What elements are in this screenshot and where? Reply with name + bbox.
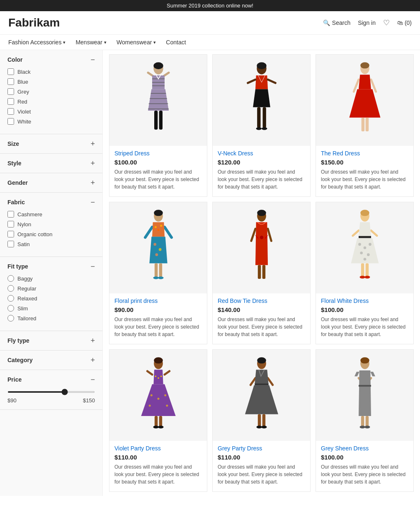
product-name-grey-party-dress[interactable]: Grey Party Dress	[218, 445, 305, 452]
product-desc-red-bowtie-dress: Our dresses will make you feel and look …	[218, 316, 305, 338]
product-card-striped-dress[interactable]: Striped Dress $100.00 Our dresses will m…	[109, 54, 207, 197]
checkbox-blue[interactable]	[7, 78, 14, 85]
product-card-grey-sheen-dress[interactable]: Grey Sheen Dress $100.00 Our dresses wil…	[316, 349, 414, 492]
filter-style-header[interactable]: Style +	[7, 160, 95, 167]
fabric-option-cashmere[interactable]: Cashmere	[7, 211, 95, 218]
product-grid-area: Striped Dress $100.00 Our dresses will m…	[103, 50, 420, 496]
svg-point-37	[155, 253, 158, 256]
product-card-red-bowtie-dress[interactable]: Red Bow Tie Dress $140.00 Our dresses wi…	[212, 202, 311, 344]
filter-price-title: Price	[7, 376, 22, 383]
product-price-floral-dress: $90.00	[114, 306, 202, 313]
filter-price: Price − $90 $150	[0, 370, 102, 410]
color-option-black[interactable]: Black	[7, 68, 95, 75]
signin-button[interactable]: Sign in	[358, 19, 376, 26]
svg-point-65	[154, 357, 163, 363]
product-image-red-bowtie-dress	[213, 202, 310, 293]
checkbox-satin[interactable]	[7, 241, 14, 247]
product-card-vneck-dress[interactable]: V-Neck Dress $120.00 Our dresses will ma…	[212, 54, 311, 197]
checkbox-cashmere[interactable]	[7, 211, 14, 218]
svg-point-21	[262, 127, 267, 130]
radio-tailored[interactable]	[7, 315, 14, 322]
product-info-red-dress: The Red Dress $150.00 Our dresses will m…	[316, 146, 413, 196]
fit-option-relaxed[interactable]: Relaxed	[7, 295, 95, 302]
product-name-striped-dress[interactable]: Striped Dress	[114, 150, 202, 157]
logo[interactable]: Fabrikam	[8, 16, 323, 29]
fit-option-tailored[interactable]: Tailored	[7, 315, 95, 322]
product-name-vneck-dress[interactable]: V-Neck Dress	[218, 150, 305, 157]
search-label: Search	[332, 19, 350, 26]
product-desc-striped-dress: Our dresses will make you feel and look …	[114, 168, 202, 191]
svg-rect-79	[159, 416, 162, 426]
filter-category-title: Category	[7, 357, 33, 363]
svg-point-56	[369, 243, 371, 246]
radio-slim[interactable]	[7, 305, 14, 312]
product-desc-red-dress: Our dresses will make you feel and look …	[321, 168, 408, 191]
product-card-grey-party-dress[interactable]: Grey Party Dress $110.00 Our dresses wil…	[212, 349, 311, 492]
product-card-red-dress[interactable]: The Red Dress $150.00 Our dresses will m…	[316, 54, 414, 197]
color-option-blue[interactable]: Blue	[7, 78, 95, 85]
product-info-floral-white-dress: Floral White Dress $100.00 Our dresses w…	[316, 293, 413, 344]
product-card-floral-white-dress[interactable]: Floral White Dress $100.00 Our dresses w…	[316, 202, 414, 344]
cart-button[interactable]: 🛍 (0)	[397, 19, 412, 26]
svg-point-40	[153, 276, 158, 279]
nav-item-contact[interactable]: Contact	[166, 39, 186, 46]
fit-option-baggy[interactable]: Baggy	[7, 275, 95, 282]
nav-item-fashion-accessories[interactable]: Fashion Accessories ▾	[8, 39, 66, 46]
svg-rect-61	[365, 264, 369, 277]
filter-color-header[interactable]: Color −	[7, 56, 95, 63]
svg-line-52	[371, 230, 377, 236]
filter-fly-type-header[interactable]: Fly type +	[7, 337, 95, 344]
filter-gender-header[interactable]: Gender +	[7, 179, 95, 186]
color-option-white[interactable]: White	[7, 118, 95, 125]
filter-category-toggle: +	[90, 356, 95, 364]
svg-rect-86	[255, 384, 268, 385]
checkbox-white[interactable]	[7, 118, 14, 125]
svg-rect-87	[257, 414, 261, 426]
radio-baggy[interactable]	[7, 275, 14, 282]
product-name-grey-sheen-dress[interactable]: Grey Sheen Dress	[321, 445, 408, 452]
product-card-floral-dress[interactable]: Floral print dress $90.00 Our dresses wi…	[109, 202, 207, 344]
price-range-slider[interactable]	[7, 391, 95, 393]
search-button[interactable]: 🔍 Search	[323, 19, 350, 26]
product-name-red-dress[interactable]: The Red Dress	[321, 150, 408, 157]
product-name-floral-dress[interactable]: Floral print dress	[114, 297, 202, 304]
radio-relaxed[interactable]	[7, 295, 14, 302]
product-image-floral-dress	[109, 202, 207, 293]
radio-regular[interactable]	[7, 285, 14, 292]
checkbox-red[interactable]	[7, 98, 14, 105]
fabric-option-satin[interactable]: Satin	[7, 241, 95, 247]
color-option-violet[interactable]: Violet	[7, 108, 95, 115]
checkbox-violet[interactable]	[7, 108, 14, 115]
filter-category-header[interactable]: Category +	[7, 356, 95, 364]
color-option-red[interactable]: Red	[7, 98, 95, 105]
product-info-violet-party-dress: Violet Party Dress $110.00 Our dresses w…	[109, 441, 207, 491]
product-name-red-bowtie-dress[interactable]: Red Bow Tie Dress	[218, 297, 305, 304]
checkbox-organic-cotton[interactable]	[7, 231, 14, 237]
svg-point-63	[364, 276, 370, 279]
filter-fabric-header[interactable]: Fabric −	[7, 198, 95, 206]
filter-price-header[interactable]: Price −	[7, 376, 95, 383]
checkbox-black[interactable]	[7, 68, 14, 75]
svg-point-41	[158, 276, 163, 279]
color-option-grey[interactable]: Grey	[7, 88, 95, 95]
fit-option-slim[interactable]: Slim	[7, 305, 95, 312]
filter-style-title: Style	[7, 160, 21, 167]
fit-option-regular[interactable]: Regular	[7, 285, 95, 292]
main-nav: Fashion Accessories ▾ Menswear ▾ Womensw…	[0, 35, 420, 50]
checkbox-nylon[interactable]	[7, 221, 14, 227]
filter-size-header[interactable]: Size +	[7, 140, 95, 148]
nav-item-womenswear[interactable]: Womenswear ▾	[117, 39, 156, 46]
filter-gender-toggle: +	[90, 179, 95, 186]
product-card-violet-party-dress[interactable]: Violet Party Dress $110.00 Our dresses w…	[109, 349, 207, 492]
fabric-option-nylon[interactable]: Nylon	[7, 221, 95, 227]
nav-item-menswear[interactable]: Menswear ▾	[75, 39, 107, 46]
wishlist-button[interactable]: ♡	[383, 18, 390, 27]
filter-fly-type-title: Fly type	[7, 337, 29, 344]
svg-point-89	[256, 426, 262, 428]
product-name-violet-party-dress[interactable]: Violet Party Dress	[114, 445, 202, 452]
filter-fit-type-header[interactable]: Fit type −	[7, 263, 95, 270]
filter-color: Color − Black Blue Grey Red	[0, 50, 102, 134]
product-name-floral-white-dress[interactable]: Floral White Dress	[321, 297, 408, 304]
fabric-option-organic-cotton[interactable]: Organic cotton	[7, 231, 95, 237]
checkbox-grey[interactable]	[7, 88, 14, 95]
